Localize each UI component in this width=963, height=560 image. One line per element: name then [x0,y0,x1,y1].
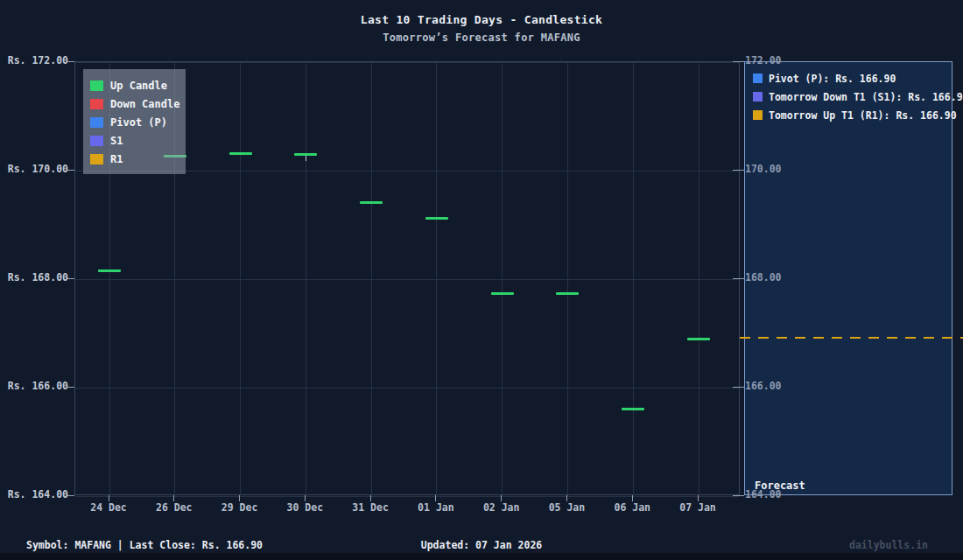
x-axis-label: 07 Jan [667,502,728,514]
legend-item-s1: S1 [90,131,186,150]
legend-label: R1 [110,153,123,165]
up-candle-swatch-icon [90,80,103,91]
x-axis-label: 30 Dec [274,502,335,514]
candle [425,217,448,220]
x-axis-tick [239,495,240,501]
x-axis-label: 31 Dec [340,502,401,514]
legend-label: Pivot (P) [110,116,167,129]
forecast-footer-label: Forecast [755,480,805,492]
x-axis-label: 02 Jan [471,502,532,514]
x-axis-tick [501,495,502,501]
watermark-brand: dailybulls.in [849,539,928,551]
r1-swatch-icon [90,154,103,164]
legend-item-pivot: Pivot (P) [90,113,186,131]
right-axis-tick [733,170,744,171]
right-axis-tick [733,495,744,496]
x-axis-tick [370,495,371,501]
status-symbol-lastclose: Symbol: MAFANG | Last Close: Rs. 166.90 [26,539,263,551]
candle [556,292,579,295]
forecast-row-label: Tomorrow Down T1 (S1): Rs. 166.90 [769,91,963,103]
legend-label: Up Candle [110,80,167,92]
x-axis-label: 05 Jan [536,502,597,514]
y-axis-tick [67,278,74,279]
forecast-row-s1: Tomorrow Down T1 (S1): Rs. 166.90 [753,88,963,106]
right-axis-label: 170.00 [745,164,782,175]
candle [229,152,252,155]
forecast-row-label: Tomorrow Up T1 (R1): Rs. 166.90 [769,109,957,122]
chart-title: Last 10 Trading Days - Candlestick [0,13,963,26]
y-axis-tick [67,495,74,496]
y-axis-label: Rs. 172.00 [3,55,68,66]
legend-label: Down Candle [110,98,179,110]
forecast-level-line [740,337,963,339]
x-axis-label: 01 Jan [405,502,467,514]
y-axis-tick [67,387,74,388]
s1-swatch-icon [90,136,103,146]
grid-line-vertical [699,62,699,494]
forecast-row-pivot: Pivot (P): Rs. 166.90 [753,69,963,88]
candle [98,270,121,272]
right-axis-label: 172.00 [745,55,782,66]
y-axis-label: Rs. 164.00 [3,489,68,500]
legend-item-down-candle: Down Candle [90,94,186,113]
x-axis-tick [566,495,567,501]
candle [360,201,383,204]
legend-item-up-candle: Up Candle [90,76,186,94]
right-axis-label: 166.00 [745,381,782,392]
grid-line-vertical [371,62,372,494]
x-axis-label: 26 Dec [144,502,205,514]
grid-line-horizontal [75,496,739,497]
forecast-row-label: Pivot (P): Rs. 166.90 [769,73,896,85]
grid-line-vertical [306,62,306,494]
grid-line-vertical [436,62,437,494]
legend-label: S1 [110,135,123,147]
y-axis-label: Rs. 168.00 [3,272,68,284]
x-axis-tick [632,495,633,501]
y-axis-label: Rs. 170.00 [3,164,68,175]
right-axis-tick [733,278,744,279]
right-axis-label: 168.00 [745,272,782,284]
legend-item-r1: R1 [90,150,186,168]
right-axis-tick [733,387,744,388]
x-axis-tick [305,495,306,501]
pivot-swatch-icon [753,74,763,83]
r1-swatch-icon [753,110,763,120]
x-axis-label: 06 Jan [601,502,663,514]
x-axis-tick [109,495,109,501]
y-axis-label: Rs. 166.00 [3,381,68,392]
candle [294,153,317,156]
x-axis-label: 24 Dec [78,502,139,514]
grid-line-vertical [633,62,634,494]
chart-window: Last 10 Trading Days - Candlestick Tomor… [0,0,963,560]
pivot-swatch-icon [90,117,103,128]
candle-wick [306,155,306,161]
chart-subtitle: Tomorrow’s Forecast for MAFANG [0,32,963,44]
s1-swatch-icon [753,92,763,102]
down-candle-swatch-icon [90,99,103,109]
x-axis-label: 29 Dec [209,502,271,514]
x-axis-tick [698,495,699,501]
y-axis-tick [67,61,74,62]
x-axis-tick [435,495,436,501]
forecast-row-r1: Tomorrow Up T1 (R1): Rs. 166.90 [753,106,963,124]
grid-line-vertical [502,62,503,494]
forecast-panel-legend: Pivot (P): Rs. 166.90 Tomorrow Down T1 (… [753,69,963,124]
grid-line-vertical [240,62,241,494]
status-updated: Updated: 07 Jan 2026 [421,539,542,551]
candle [622,408,644,410]
candle [687,338,710,340]
grid-line-vertical [567,62,568,494]
candle [491,292,514,295]
x-axis-tick [173,495,174,501]
chart-legend: Up Candle Down Candle Pivot (P) S1 R1 [83,69,186,174]
right-axis-tick [733,61,744,62]
bottom-strip [0,553,963,560]
y-axis-tick [67,170,74,171]
